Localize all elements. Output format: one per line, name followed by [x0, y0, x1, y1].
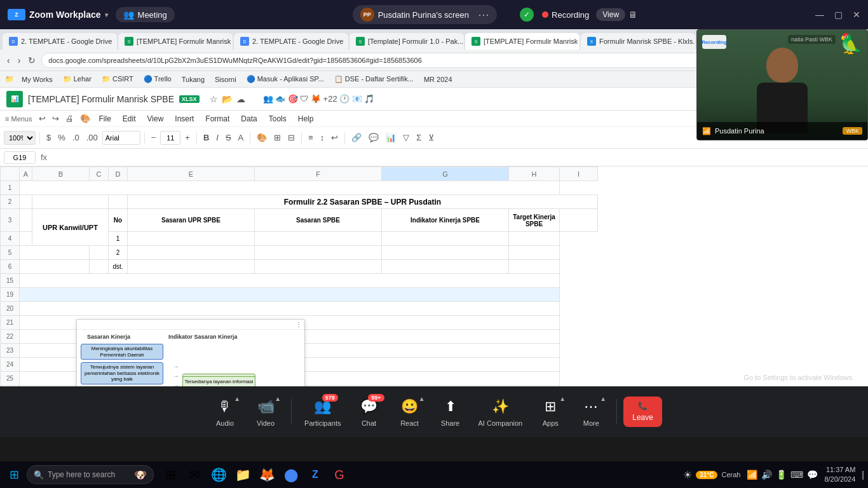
video-caret-icon[interactable]: ▲ — [275, 395, 281, 402]
react-control[interactable]: 😀 ▲ React — [391, 393, 429, 431]
taskbar-teams[interactable]: G — [328, 463, 351, 486]
cell-6-I[interactable] — [509, 260, 560, 274]
cell-5-I[interactable] — [509, 246, 560, 260]
leave-button[interactable]: 📞 Leave — [623, 396, 662, 427]
function-button[interactable]: Σ — [414, 131, 424, 144]
volume-icon[interactable]: 🔊 — [761, 470, 772, 480]
format-decimal-button[interactable]: .0 — [70, 131, 82, 144]
windows-search-box[interactable]: 🔍 Type here to search 🐶 — [27, 465, 154, 484]
browser-tab-6[interactable]: X Formulir Manrisk SPBE - Klxls... ✕ — [581, 33, 695, 50]
col-header-B[interactable]: B — [32, 167, 90, 181]
row-number-15[interactable]: 15 — [1, 274, 20, 288]
col-header-I[interactable]: I — [560, 167, 598, 181]
zoom-chevron-icon[interactable]: ▾ — [105, 11, 108, 18]
browser-tab-5[interactable]: S [TEMPLATE] Formulir Manrisk S... ✕ — [465, 33, 580, 50]
apps-caret-icon[interactable]: ▲ — [559, 395, 566, 402]
cloud-icon[interactable]: ☁ — [236, 94, 245, 104]
link-button[interactable]: 🔗 — [349, 131, 364, 144]
filter-button[interactable]: ▽ — [400, 131, 412, 144]
diagram-options-icon[interactable]: ⋮ — [295, 321, 302, 328]
print-button[interactable]: 🖨 — [63, 112, 76, 125]
bookmark-trello[interactable]: 🔵 Trello — [141, 74, 174, 85]
format-currency-button[interactable]: $ — [44, 131, 53, 144]
maximize-button[interactable]: ▢ — [834, 10, 843, 20]
bookmark-tukang[interactable]: Tukang — [179, 74, 207, 85]
more-options-icon[interactable]: ⋯ — [478, 8, 489, 22]
ai-companion-control[interactable]: ✨ AI Companion — [472, 393, 529, 431]
cell-6-E[interactable]: dst. — [109, 260, 128, 274]
cell-5-C[interactable] — [90, 246, 109, 260]
formula-input[interactable] — [52, 151, 864, 164]
react-caret-icon[interactable]: ▲ — [419, 395, 425, 402]
bookmark-csirt[interactable]: 📁 CSIRT — [99, 74, 136, 85]
decrease-font-button[interactable]: − — [149, 131, 159, 144]
text-wrap-button[interactable]: ↩ — [329, 131, 341, 144]
taskbar-files[interactable]: 📁 — [231, 463, 254, 486]
row-number-19[interactable]: 19 — [1, 288, 20, 302]
more-caret-icon[interactable]: ▲ — [600, 395, 606, 402]
spreadsheet-grid[interactable]: A B C D E F G H I 1 — [0, 166, 868, 417]
bookmark-my-works[interactable]: My Works — [19, 74, 55, 85]
italic-button[interactable]: I — [214, 131, 221, 144]
menu-help[interactable]: Help — [293, 112, 319, 125]
align-v-button[interactable]: ↕ — [318, 131, 327, 144]
browser-tab-1[interactable]: D 2. TEMPLATE - Google Drive ✕ — [3, 33, 117, 50]
cell-4-G[interactable] — [255, 232, 382, 246]
col-header-D[interactable]: D — [109, 167, 128, 181]
keyboard-icon[interactable]: ⌨ — [790, 470, 803, 480]
battery-icon[interactable]: 🔋 — [776, 470, 787, 480]
notification-icon[interactable]: 💬 — [807, 470, 818, 480]
share-control[interactable]: ⬆ Share — [431, 393, 470, 431]
row-number-20[interactable]: 20 — [1, 302, 20, 316]
menu-edit[interactable]: Edit — [118, 112, 141, 125]
chat-control[interactable]: 💬 ▲ 99+ Chat — [350, 393, 388, 431]
cell-4-I[interactable] — [509, 232, 560, 246]
video-control[interactable]: 📹 ▲ Video — [247, 393, 285, 431]
minimize-button[interactable]: — — [815, 10, 824, 20]
row-number-3[interactable]: 3 — [1, 209, 20, 232]
cell-4-E[interactable]: 1 — [109, 232, 128, 246]
cell-3-I[interactable] — [560, 209, 598, 232]
borders-button[interactable]: ⊞ — [271, 131, 283, 144]
paint-format-button[interactable]: 🎨 — [78, 112, 93, 125]
chart-button[interactable]: 📊 — [383, 131, 398, 144]
fill-color-button[interactable]: 🎨 — [254, 131, 269, 144]
bookmark-dse[interactable]: 📋 DSE - Daftar Sertifik... — [332, 74, 416, 85]
row-number-2[interactable]: 2 — [1, 195, 20, 209]
taskbar-chrome[interactable]: ⬤ — [280, 463, 302, 486]
row-number-21[interactable]: 21 — [1, 316, 20, 330]
zoom-selector[interactable]: 100% — [4, 131, 36, 145]
redo-button[interactable]: ↪ — [50, 112, 62, 125]
cell-6-G[interactable] — [255, 260, 382, 274]
cell-5-G[interactable] — [255, 246, 382, 260]
browser-tab-3[interactable]: D 2. TEMPLATE - Google Drive ✕ — [234, 33, 348, 50]
menu-tools[interactable]: Tools — [264, 112, 292, 125]
taskbar-edge[interactable]: 🌐 — [207, 463, 230, 486]
font-family-input[interactable] — [102, 131, 140, 145]
cell-5-E[interactable]: 2 — [109, 246, 128, 260]
close-button[interactable]: ✕ — [853, 10, 860, 20]
system-clock[interactable]: 11:37 AM 8/20/2024 — [824, 465, 855, 485]
col-header-E[interactable]: E — [128, 167, 255, 181]
taskbar-mail[interactable]: ✉ — [183, 463, 206, 486]
network-icon[interactable]: 📶 — [747, 470, 757, 480]
audio-caret-icon[interactable]: ▲ — [234, 395, 240, 402]
audio-control[interactable]: 🎙 ▲ Audio — [206, 393, 244, 431]
row-number-1[interactable]: 1 — [1, 181, 20, 195]
row-number-23[interactable]: 23 — [1, 344, 20, 358]
cell-4-A[interactable] — [20, 232, 32, 246]
browser-tab-4[interactable]: S [Template] Formulir 1.0 - Pak... ✕ — [349, 33, 464, 50]
cell-6-H[interactable] — [382, 260, 509, 274]
text-color-button[interactable]: A — [236, 131, 247, 144]
row-number-6[interactable]: 6 — [1, 260, 20, 274]
apps-control[interactable]: ⊞ ▲ Apps — [531, 393, 569, 431]
font-size-input[interactable] — [160, 131, 180, 145]
cell-5-AB[interactable] — [20, 246, 90, 260]
align-left-button[interactable]: ≡ — [306, 131, 316, 144]
cell-1-A[interactable] — [20, 181, 560, 195]
menu-format[interactable]: Format — [200, 112, 234, 125]
menu-insert[interactable]: Insert — [170, 112, 199, 125]
show-desktop-button[interactable]: | — [862, 470, 864, 480]
col-header-H[interactable]: H — [509, 167, 560, 181]
participants-control[interactable]: 👥 ▲ 579 Participants — [298, 393, 347, 431]
